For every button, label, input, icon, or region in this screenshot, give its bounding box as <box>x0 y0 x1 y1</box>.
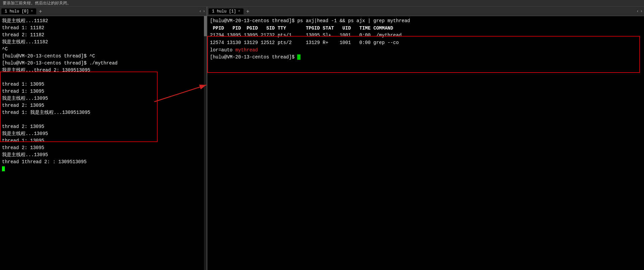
left-tab-close[interactable]: × <box>31 9 33 13</box>
left-nav-arrows: ‹ › <box>199 9 205 14</box>
terminal-line: [hulu@VM-20-13-centos thread]$ ./mythrea… <box>2 60 205 67</box>
left-tab-add[interactable]: + <box>38 8 43 14</box>
right-terminal-line: lor=auto mythread <box>210 47 641 54</box>
terminal-line: thread 1: 我是主线程...1309513095 <box>2 109 205 116</box>
terminal-line: thread 1: 13095 <box>2 81 205 88</box>
terminal-line: 我是主线程...11182 <box>2 39 205 46</box>
left-terminal-content[interactable]: 我是主线程...11182 thread 1: 11182 thread 2: … <box>0 16 207 270</box>
left-arrow-left[interactable]: ‹ <box>199 9 202 14</box>
terminal-line: thread 2: 13095 <box>2 102 205 109</box>
terminal-cursor-line: █ <box>2 166 205 173</box>
right-terminal-red-text: mythread <box>235 47 258 53</box>
right-arrow-left[interactable]: ‹ <box>637 9 639 14</box>
terminal-line: ^C <box>2 46 205 53</box>
right-terminal-line: [hulu@VM-20-13-centos thread]$ ps axj|he… <box>210 17 641 25</box>
terminal-line <box>2 74 205 81</box>
top-bar-text: 要添加三前夹钳。然后出让的好关闭。 <box>3 0 71 6</box>
right-terminal-prompt: [hulu@VM-20-13-centos thread]$ <box>210 54 641 61</box>
right-terminal-content[interactable]: [hulu@VM-20-13-centos thread]$ ps axj|he… <box>207 16 644 270</box>
right-panel: 1 hulu [1] × + ‹ › [hulu@VM-20-13-centos… <box>207 7 644 270</box>
terminal-line: thread 2: 13095 <box>2 144 205 151</box>
terminal-line <box>2 116 205 123</box>
terminal-line: 我是主线程...13095 <box>2 151 205 159</box>
right-tab-add[interactable]: + <box>245 8 251 14</box>
terminal-line: thread 2: 13095 <box>2 123 205 130</box>
terminal-line: thread 1: 13095 <box>2 88 205 95</box>
left-scrollbar[interactable] <box>204 16 207 270</box>
left-scrollbar-thumb[interactable] <box>204 16 207 36</box>
terminal-line: thread 1: 11182 <box>2 25 205 32</box>
right-terminal-line: 12574 13130 13129 12512 pts/2 13129 R+ 1… <box>210 39 641 47</box>
terminal-line: 我是主线程...13095 <box>2 95 205 102</box>
terminal-line: 我是主线程...13095 <box>2 130 205 137</box>
terminal-line: thread 1: 13095 <box>2 137 205 144</box>
right-tab-bar: 1 hulu [1] × + ‹ › <box>207 7 644 16</box>
terminal-cursor <box>297 54 301 60</box>
right-terminal-highlighted-row: 21794 13095 13095 21732 pts/1 13095 Sl+ … <box>210 32 641 39</box>
left-tab-active[interactable]: 1 hulu [0] × <box>1 8 36 14</box>
terminal-line: 我是主线程...thread 2: 1309513095 <box>2 67 205 74</box>
right-terminal-header: PPID PID PGID SID TTY TPGID STAT UID TIM… <box>210 25 641 32</box>
left-panel: 1 hulu [0] × + ‹ › 我是主线程...11182 thread … <box>0 7 207 270</box>
right-tab-close[interactable]: × <box>238 9 240 13</box>
terminal-line: 我是主线程...11182 <box>2 17 205 25</box>
terminal-line: [hulu@VM-20-13-centos thread]$ ^C <box>2 53 205 60</box>
terminal-line: thread 2: 11182 <box>2 32 205 39</box>
right-nav-arrows: ‹ › <box>637 9 643 14</box>
left-tab-label: 1 hulu [0] <box>5 9 29 14</box>
right-tab-active[interactable]: 1 hulu [1] × <box>209 8 244 14</box>
right-arrow-right[interactable]: › <box>640 9 643 14</box>
terminal-line: thread 1thread 2: : 1309513095 <box>2 159 205 166</box>
main-container: 1 hulu [0] × + ‹ › 我是主线程...11182 thread … <box>0 7 644 270</box>
left-arrow-right[interactable]: › <box>203 9 205 14</box>
right-tab-label: 1 hulu [1] <box>212 9 236 14</box>
left-tab-bar: 1 hulu [0] × + ‹ › <box>0 7 207 16</box>
top-bar: 要添加三前夹钳。然后出让的好关闭。 <box>0 0 644 7</box>
